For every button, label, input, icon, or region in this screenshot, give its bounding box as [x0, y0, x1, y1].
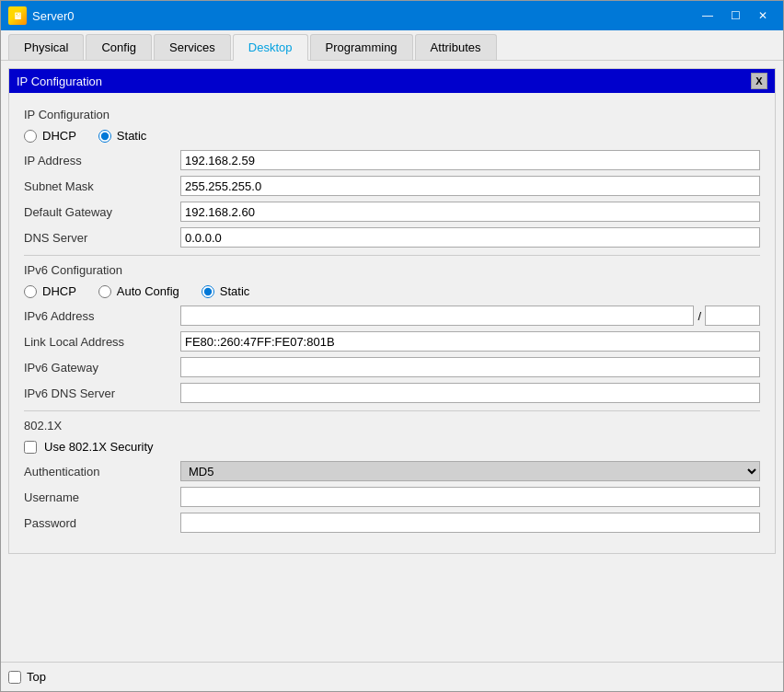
default-gateway-input[interactable] — [180, 202, 760, 222]
link-local-row: Link Local Address — [24, 331, 760, 352]
ipv6-gateway-row: IPv6 Gateway — [24, 357, 760, 377]
authentication-row: Authentication MD5 PEAP EAP-TLS — [24, 461, 760, 481]
authentication-label: Authentication — [24, 465, 180, 479]
ipv6-static-option[interactable]: Static — [202, 284, 250, 298]
ip-config-section-title: IP Configuration — [24, 108, 760, 121]
ipv6-dns-label: IPv6 DNS Server — [24, 386, 180, 400]
ipv6-slash: / — [698, 309, 701, 323]
ipv6-address-input[interactable] — [180, 306, 694, 326]
main-window: 🖥 Server0 — ☐ ✕ Physical Config Services… — [0, 0, 784, 692]
subnet-mask-label: Subnet Mask — [24, 179, 180, 193]
ipv6-dhcp-radio[interactable] — [24, 285, 37, 298]
close-button[interactable]: ✕ — [750, 6, 776, 25]
ipv6-gateway-label: IPv6 Gateway — [24, 361, 180, 375]
maximize-button[interactable]: ☐ — [722, 6, 748, 25]
static-radio[interactable] — [98, 130, 111, 143]
dhcp-radio[interactable] — [24, 130, 37, 143]
top-label: Top — [27, 670, 46, 684]
tab-desktop[interactable]: Desktop — [233, 34, 308, 61]
ipv6-prefix-input[interactable] — [705, 306, 760, 326]
dns-server-row: DNS Server — [24, 227, 760, 248]
static-label: Static — [117, 129, 147, 143]
minimize-button[interactable]: — — [695, 6, 721, 25]
ipv6-auto-label: Auto Config — [117, 284, 179, 298]
ipv6-auto-radio[interactable] — [98, 285, 111, 298]
static-option[interactable]: Static — [98, 129, 147, 143]
use-security-label: Use 802.1X Security — [44, 440, 154, 454]
ipv6-static-radio[interactable] — [202, 285, 214, 298]
bottom-bar: Top — [1, 662, 783, 691]
ipv6-auto-option[interactable]: Auto Config — [98, 284, 179, 298]
authentication-select[interactable]: MD5 PEAP EAP-TLS — [180, 461, 760, 481]
ipv6-static-label: Static — [220, 284, 250, 298]
ip-mode-row: DHCP Static — [24, 129, 760, 143]
panel-title: IP Configuration — [17, 75, 102, 88]
window-title: Server0 — [32, 9, 695, 23]
ipv6-dns-input[interactable] — [180, 383, 760, 403]
ip-configuration-panel: IP Configuration X IP Configuration DHCP… — [8, 68, 776, 554]
dns-server-label: DNS Server — [24, 231, 180, 245]
link-local-input[interactable] — [180, 331, 760, 352]
username-row: Username — [24, 487, 760, 507]
ipv6-address-label: IPv6 Address — [24, 309, 180, 323]
window-controls: — ☐ ✕ — [695, 6, 776, 25]
dns-server-input[interactable] — [180, 227, 760, 248]
ipv6-dns-row: IPv6 DNS Server — [24, 383, 760, 403]
ip-address-input[interactable] — [180, 150, 760, 170]
username-label: Username — [24, 490, 180, 504]
ip-address-label: IP Address — [24, 154, 180, 167]
tab-programming[interactable]: Programming — [310, 34, 413, 60]
password-input[interactable] — [180, 513, 760, 533]
ipv6-dhcp-option[interactable]: DHCP — [24, 284, 76, 298]
default-gateway-row: Default Gateway — [24, 202, 760, 222]
panel-header: IP Configuration X — [9, 69, 775, 93]
ipv6-config-section-title: IPv6 Configuration — [24, 263, 760, 277]
top-checkbox-row: Top — [8, 670, 46, 684]
ip-address-row: IP Address — [24, 150, 760, 170]
ipv6-mode-row: DHCP Auto Config Static — [24, 284, 760, 298]
password-label: Password — [24, 516, 180, 530]
tab-physical[interactable]: Physical — [8, 34, 84, 60]
ipv6-address-row: IPv6 Address / — [24, 306, 760, 326]
content-area: IP Configuration X IP Configuration DHCP… — [1, 61, 783, 662]
top-checkbox[interactable] — [8, 671, 21, 684]
tab-services[interactable]: Services — [154, 34, 231, 60]
password-row: Password — [24, 513, 760, 533]
tab-bar: Physical Config Services Desktop Program… — [1, 30, 783, 61]
title-bar: 🖥 Server0 — ☐ ✕ — [1, 1, 783, 30]
dot1x-section-title: 802.1X — [24, 419, 760, 432]
dhcp-label: DHCP — [42, 129, 76, 143]
username-input[interactable] — [180, 487, 760, 507]
tab-attributes[interactable]: Attributes — [415, 34, 497, 60]
ipv6-gateway-input[interactable] — [180, 357, 760, 377]
default-gateway-label: Default Gateway — [24, 205, 180, 219]
tab-config[interactable]: Config — [86, 34, 152, 60]
dhcp-option[interactable]: DHCP — [24, 129, 76, 143]
use-security-checkbox[interactable] — [24, 441, 37, 454]
ipv6-dhcp-label: DHCP — [42, 284, 76, 298]
panel-body: IP Configuration DHCP Static IP Address — [9, 93, 775, 553]
link-local-label: Link Local Address — [24, 335, 180, 349]
subnet-mask-row: Subnet Mask — [24, 176, 760, 196]
use-security-row: Use 802.1X Security — [24, 440, 760, 454]
panel-close-button[interactable]: X — [751, 73, 767, 89]
subnet-mask-input[interactable] — [180, 176, 760, 196]
app-icon: 🖥 — [8, 6, 27, 25]
